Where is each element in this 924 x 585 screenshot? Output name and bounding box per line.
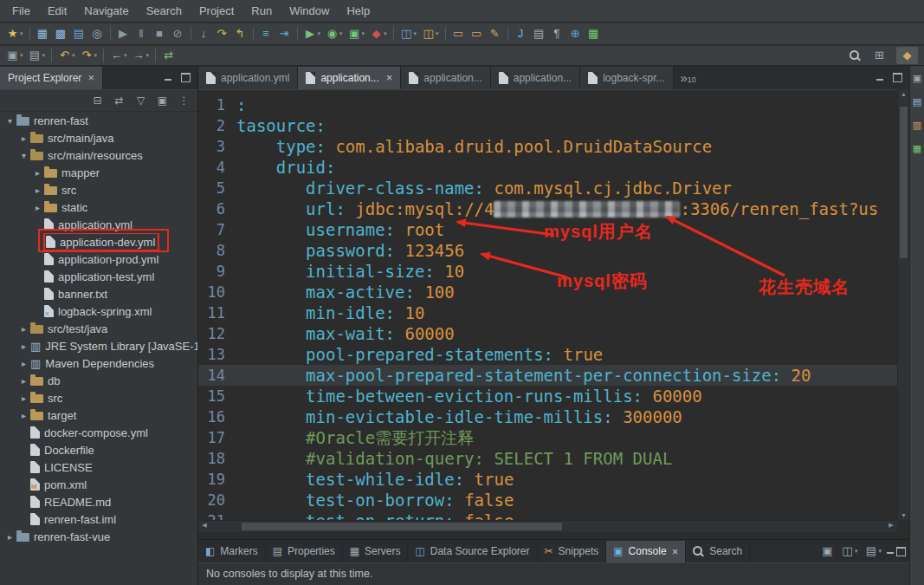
expand-arrow-icon[interactable]: ▾ <box>3 116 16 126</box>
link-with-editor-icon[interactable]: ⇄ <box>111 92 127 109</box>
toolbar-step-into-icon[interactable]: ↓ <box>196 25 212 42</box>
expand-arrow-icon[interactable]: ▸ <box>17 341 30 351</box>
tree-item-mapper[interactable]: ▸mapper <box>0 164 197 181</box>
toolbar-step-return-icon[interactable]: ↰ <box>232 25 249 42</box>
tab-servers[interactable]: ▦Servers <box>343 541 409 562</box>
maximize-icon[interactable] <box>181 73 191 82</box>
console-open-console-icon[interactable]: ▤▾ <box>863 543 883 560</box>
filter-icon[interactable]: ▽ <box>132 92 149 109</box>
tree-item-static[interactable]: ▸static <box>0 198 197 216</box>
view-menu-icon[interactable]: ⋮ <box>176 92 192 109</box>
tab-console[interactable]: ▣Console× <box>606 541 686 562</box>
toolbar-mark-occurrences-icon[interactable]: ⇥ <box>276 25 293 42</box>
minimize-icon[interactable] <box>164 74 172 82</box>
toolbar-disconnect-icon[interactable]: ⊘ <box>170 25 186 42</box>
editor-tab-2[interactable]: application...× <box>298 67 401 89</box>
toolbar-run-icon[interactable]: ▶▾ <box>302 25 323 42</box>
tree-item-application-yml[interactable]: application.yml <box>0 216 197 233</box>
close-icon[interactable]: × <box>87 73 94 83</box>
tree-item-docker-compose-yml[interactable]: docker-compose.yml <box>0 424 197 441</box>
expand-arrow-icon[interactable]: ▾ <box>17 151 30 160</box>
toolbar-open-resource-icon[interactable]: ▭ <box>468 25 485 42</box>
menu-edit[interactable]: Edit <box>39 0 75 23</box>
scroll-up-icon[interactable]: ▲ <box>898 91 909 97</box>
tab-markers[interactable]: ◧Markers <box>198 541 266 562</box>
tree-item-jre-system-library-javase-1-8[interactable]: ▸▥JRE System Library [JavaSE-1.8] <box>0 337 197 354</box>
tree-item-src[interactable]: ▸src <box>0 181 197 198</box>
nav-pin-editor-icon[interactable]: ▣▾ <box>4 47 25 64</box>
minimized-outline-view-icon[interactable]: ▤ <box>909 93 924 110</box>
menu-navigate[interactable]: Navigate <box>75 0 137 23</box>
nav-annotation-nav-icon[interactable]: ▤▾ <box>27 47 48 64</box>
toolbar-step-over-icon[interactable]: ↷ <box>214 25 230 42</box>
nav-link-with-editor-icon[interactable]: ⇄ <box>160 47 177 64</box>
toolbar-resume-icon[interactable]: ▶ <box>115 25 132 42</box>
toolbar-javadoc-icon[interactable]: ▤ <box>531 25 547 42</box>
toolbar-database-connect-icon[interactable]: ◫▾ <box>420 25 441 42</box>
tree-item-application-prod-yml[interactable]: application-prod.yml <box>0 250 197 268</box>
nav-open-perspective-icon[interactable]: ⊞ <box>871 47 888 64</box>
tree-item-application-dev-yml[interactable]: application-dev.yml <box>0 233 197 250</box>
expand-arrow-icon[interactable]: ▸ <box>17 133 30 143</box>
toolbar-terminate-icon[interactable]: ■ <box>152 25 168 42</box>
restore-views-icon[interactable]: ▣ <box>909 69 924 87</box>
expand-arrow-icon[interactable]: ▸ <box>3 532 16 542</box>
vscroll-thumb[interactable] <box>900 107 908 258</box>
console-new-console-icon[interactable]: ▣ <box>819 543 836 560</box>
expand-arrow-icon[interactable]: ▸ <box>17 324 30 334</box>
toolbar-new-sql-icon[interactable]: ◫▾ <box>398 25 419 42</box>
toolbar-new-java-file-icon[interactable]: J <box>513 25 529 42</box>
tab-snippets[interactable]: ✂Snippets <box>538 541 607 562</box>
tab-search[interactable]: Search <box>686 541 750 562</box>
toolbar-edit-wand-icon[interactable]: ✎ <box>487 25 503 42</box>
menu-window[interactable]: Window <box>281 0 338 23</box>
minimize-icon[interactable] <box>886 547 895 556</box>
tree-item-application-test-yml[interactable]: application-test.yml <box>0 268 197 285</box>
expand-arrow-icon[interactable]: ▸ <box>17 393 30 403</box>
menu-project[interactable]: Project <box>191 0 242 23</box>
tab-project-explorer[interactable]: Project Explorer × <box>0 67 103 89</box>
maximize-icon[interactable] <box>893 73 902 82</box>
tree-item-src-main-java[interactable]: ▸src/main/java <box>0 129 197 146</box>
close-icon[interactable]: × <box>386 73 393 83</box>
toolbar-new-wizard-icon[interactable]: ★▾ <box>4 25 25 42</box>
tree-item-src-test-java[interactable]: ▸src/test/java <box>0 320 197 337</box>
nav-forward-annotation-icon[interactable]: ↷▾ <box>79 47 100 64</box>
focus-on-active-task-icon[interactable]: ▣ <box>154 92 171 109</box>
expand-arrow-icon[interactable]: ▸ <box>17 359 30 368</box>
menu-file[interactable]: File <box>3 0 39 23</box>
toolbar-save-icon[interactable]: ▦ <box>35 25 51 42</box>
menu-run[interactable]: Run <box>242 0 281 23</box>
tree-item-banner-txt[interactable]: banner.txt <box>0 285 197 302</box>
tree-item-renren-fast[interactable]: ▾renren-fast <box>0 112 197 129</box>
console-display-selected-console-icon[interactable]: ◫▾ <box>839 543 860 560</box>
toolbar-coverage-icon[interactable]: ▣▾ <box>346 25 367 42</box>
editor-tab-3[interactable]: application... <box>401 67 490 89</box>
tree-item-maven-dependencies[interactable]: ▸▥Maven Dependencies <box>0 354 197 372</box>
tree-item-license[interactable]: LICENSE <box>0 458 197 476</box>
tree-item-renren-fast-iml[interactable]: renren-fast.iml <box>0 510 197 528</box>
code-editor[interactable]: 1:2tasource:3 type: com.alibaba.druid.po… <box>198 89 897 520</box>
tree-item-renren-fast-vue[interactable]: ▸renren-fast-vue <box>0 528 197 545</box>
tree-item-src[interactable]: ▸src <box>0 389 197 406</box>
tab-data-source-explorer[interactable]: ◫Data Source Explorer <box>408 541 537 562</box>
tree-item-src-main-resources[interactable]: ▾src/main/resources <box>0 146 197 164</box>
horizontal-scrollbar[interactable]: ◀ ▶ <box>198 520 897 532</box>
toolbar-save-all-icon[interactable]: ▩ <box>53 25 69 42</box>
minimized-tasks-view-icon[interactable]: ▥ <box>909 116 924 133</box>
toolbar-print-icon[interactable]: ▤ <box>71 25 87 42</box>
nav-back-annotation-icon[interactable]: ↶▾ <box>56 47 77 64</box>
expand-arrow-icon[interactable]: ▸ <box>17 376 30 386</box>
toolbar-suspend-icon[interactable]: ‖ <box>133 25 150 42</box>
toolbar-show-whitespace-icon[interactable]: ¶ <box>549 25 565 42</box>
toolbar-open-folder-icon[interactable]: ▭ <box>450 25 467 42</box>
expand-arrow-icon[interactable]: ▸ <box>17 411 30 420</box>
tree-item-readme-md[interactable]: README.md <box>0 493 197 510</box>
tree-item-logback-spring-xml[interactable]: xlogback-spring.xml <box>0 302 197 320</box>
hscroll-thumb[interactable] <box>242 523 562 530</box>
tree-item-target[interactable]: ▸target <box>0 406 197 424</box>
scroll-left-icon[interactable]: ◀ <box>199 522 210 529</box>
editor-tab-overflow[interactable]: »10 <box>681 70 696 85</box>
nav-forward-history-icon[interactable]: →▾ <box>131 47 152 64</box>
nav-quick-search-icon[interactable] <box>848 47 863 64</box>
